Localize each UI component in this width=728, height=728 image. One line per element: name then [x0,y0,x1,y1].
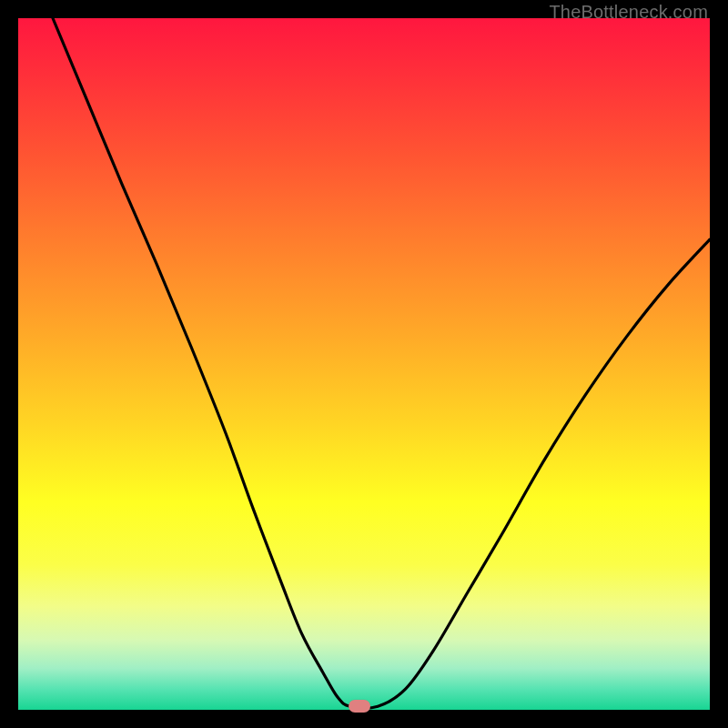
plot-area [18,18,710,710]
optimal-marker [349,700,370,713]
chart-frame: TheBottleneck.com [0,0,728,728]
bottleneck-curve [18,18,710,710]
watermark-text: TheBottleneck.com [549,2,708,23]
